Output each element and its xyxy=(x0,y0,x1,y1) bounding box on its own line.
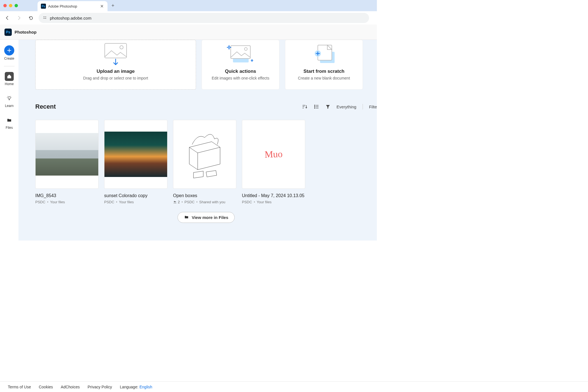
action-cards-row: Upload an image Drag and drop or select … xyxy=(35,40,377,90)
back-button[interactable] xyxy=(3,14,11,22)
svg-rect-11 xyxy=(314,105,315,106)
svg-point-4 xyxy=(120,46,123,49)
new-document-icon xyxy=(310,40,338,66)
svg-rect-3 xyxy=(105,43,127,58)
recent-title: Recent xyxy=(35,103,302,110)
new-tab-button[interactable]: + xyxy=(111,3,115,9)
content-area: Upload an image Drag and drop or select … xyxy=(18,40,377,241)
meta-separator: • xyxy=(47,200,48,204)
sidebar-item-create[interactable]: Create xyxy=(0,44,18,62)
file-meta: PSDC • Your files xyxy=(242,200,305,204)
filter-keyword-button[interactable]: Filte xyxy=(369,104,377,109)
filter-dropdown[interactable]: Everything xyxy=(337,104,356,109)
quick-actions-subtitle: Edit images with one-click effects xyxy=(212,76,269,80)
file-name: sunset Colorado copy xyxy=(104,193,167,198)
recent-controls: Everything Filte xyxy=(302,104,377,109)
file-thumbnail xyxy=(173,120,236,189)
file-name: IMG_8543 xyxy=(35,193,99,198)
scratch-card-subtitle: Create a new blank document xyxy=(298,76,350,80)
window-controls xyxy=(3,4,18,7)
file-meta: PSDC • Your files xyxy=(104,200,167,204)
svg-rect-12 xyxy=(314,106,315,107)
file-type: PSDC xyxy=(185,200,195,204)
scratch-card-title: Start from scratch xyxy=(304,69,344,74)
browser-chrome: Ps Adobe Photoshop + photoshop.adobe.com xyxy=(0,0,377,25)
svg-point-1 xyxy=(45,18,46,19)
meta-separator: • xyxy=(254,200,255,204)
home-icon xyxy=(5,72,14,81)
maximize-window-button[interactable] xyxy=(15,4,18,7)
svg-point-14 xyxy=(174,201,175,202)
file-name: Open boxes xyxy=(173,193,236,198)
sidebar-item-learn[interactable]: Learn xyxy=(0,92,18,109)
photoshop-favicon-icon: Ps xyxy=(41,4,46,9)
app-header: Ps Photoshop xyxy=(0,25,377,40)
svg-point-15 xyxy=(175,201,176,202)
sparkle-image-icon xyxy=(225,40,256,66)
url-text: photoshop.adobe.com xyxy=(50,16,91,20)
minimize-window-button[interactable] xyxy=(9,4,12,7)
upload-icon xyxy=(103,40,128,66)
file-type: PSDC xyxy=(104,200,114,204)
svg-rect-6 xyxy=(231,46,250,59)
photoshop-logo-icon: Ps xyxy=(4,29,12,36)
sort-icon[interactable] xyxy=(302,104,307,109)
forward-button[interactable] xyxy=(15,14,23,22)
file-thumbnail: Muo xyxy=(242,120,305,189)
shared-count: 2 xyxy=(178,200,180,204)
meta-separator: • xyxy=(116,200,117,204)
main-layout: Create Home Learn Files xyxy=(0,40,377,241)
browser-tab[interactable]: Ps Adobe Photoshop xyxy=(38,1,108,11)
recent-file-card[interactable]: IMG_8543 PSDC • Your files xyxy=(35,120,99,204)
upload-image-card[interactable]: Upload an image Drag and drop or select … xyxy=(35,40,196,90)
reload-button[interactable] xyxy=(27,14,35,22)
svg-point-2 xyxy=(8,97,10,99)
folder-icon xyxy=(5,116,14,125)
recent-file-card[interactable]: Muo Untitled - May 7, 2024 10.13.05 PSDC… xyxy=(242,120,305,204)
url-input[interactable]: photoshop.adobe.com xyxy=(39,13,369,23)
file-meta: 2 • PSDC • Shared with you xyxy=(173,200,236,204)
meta-separator: • xyxy=(196,200,198,204)
recent-file-card[interactable]: Open boxes 2 • PSDC • Shared with you xyxy=(173,120,236,204)
start-from-scratch-card[interactable]: Start from scratch Create a new blank do… xyxy=(285,40,363,90)
file-thumbnail xyxy=(35,120,99,189)
file-thumbnail xyxy=(104,120,167,189)
sidebar-divider xyxy=(4,66,15,66)
upload-card-title: Upload an image xyxy=(97,69,135,74)
tab-title: Adobe Photoshop xyxy=(48,4,100,8)
lightbulb-icon xyxy=(5,94,14,103)
sidebar-label-home: Home xyxy=(5,82,14,86)
plus-icon xyxy=(4,45,14,55)
shared-indicator: 2 xyxy=(173,200,180,204)
close-tab-button[interactable] xyxy=(100,4,104,8)
svg-point-0 xyxy=(43,17,44,17)
address-bar: photoshop.adobe.com xyxy=(0,11,377,25)
file-location: Your files xyxy=(257,200,272,204)
file-name: Untitled - May 7, 2024 10.13.05 xyxy=(242,193,305,198)
meta-separator: • xyxy=(181,200,183,204)
file-meta: PSDC • Your files xyxy=(35,200,99,204)
file-type: PSDC xyxy=(35,200,45,204)
view-more-button[interactable]: View more in Files xyxy=(178,212,235,223)
close-window-button[interactable] xyxy=(3,4,7,7)
site-settings-icon[interactable] xyxy=(43,15,47,21)
controls-divider xyxy=(363,104,363,109)
file-location: Your files xyxy=(50,200,65,204)
file-type: PSDC xyxy=(242,200,252,204)
quick-actions-card[interactable]: Quick actions Edit images with one-click… xyxy=(202,40,279,90)
svg-rect-13 xyxy=(314,108,315,108)
folder-icon xyxy=(184,215,189,220)
sidebar-item-home[interactable]: Home xyxy=(0,70,18,88)
app-title: Photoshop xyxy=(15,30,36,34)
tab-bar: Ps Adobe Photoshop + xyxy=(0,0,377,11)
sidebar-label-create: Create xyxy=(4,57,14,60)
file-location: Shared with you xyxy=(199,200,225,204)
recent-file-card[interactable]: sunset Colorado copy PSDC • Your files xyxy=(104,120,167,204)
view-more-row: View more in Files xyxy=(35,212,377,223)
filter-icon[interactable] xyxy=(325,104,330,109)
sidebar-item-files[interactable]: Files xyxy=(0,114,18,131)
list-view-icon[interactable] xyxy=(314,104,319,109)
sidebar: Create Home Learn Files xyxy=(0,40,18,241)
sidebar-label-files: Files xyxy=(6,126,13,130)
recent-header: Recent Everything Filte xyxy=(35,103,377,110)
